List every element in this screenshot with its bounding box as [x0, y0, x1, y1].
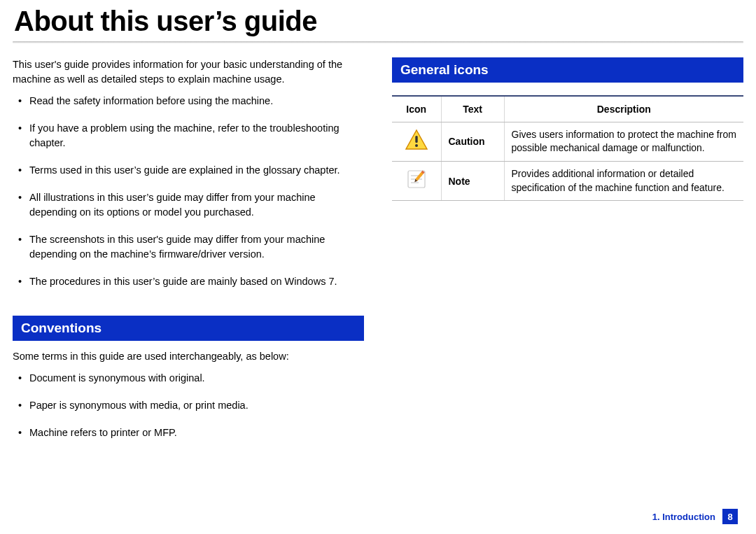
caution-icon [405, 128, 428, 152]
page-footer: 1. Introduction 8 [652, 509, 738, 524]
note-icon [405, 167, 428, 191]
svg-point-2 [415, 144, 418, 147]
icon-cell [392, 122, 441, 161]
text-cell: Note [441, 162, 504, 201]
content-columns: This user's guide provides information f… [0, 43, 756, 453]
svg-rect-1 [415, 136, 417, 143]
intro-paragraph: This user's guide provides information f… [13, 57, 364, 87]
col-header-text: Text [441, 96, 504, 122]
table-row: Note Provides additional information or … [392, 162, 743, 201]
list-item: Paper is synonymous with media, or print… [13, 398, 364, 426]
col-header-icon: Icon [392, 96, 441, 122]
list-item: Read the safety information before using… [13, 94, 364, 121]
conventions-intro: Some terms in this guide are used interc… [13, 349, 364, 364]
list-item: Machine refers to printer or MFP. [13, 426, 364, 453]
right-column: General icons Icon Text Description [392, 57, 743, 453]
conventions-bullet-list: Document is synonymous with original. Pa… [13, 371, 364, 453]
desc-cell: Gives users information to protect the m… [504, 122, 743, 161]
text-cell: Caution [441, 122, 504, 161]
list-item: Document is synonymous with original. [13, 371, 364, 398]
conventions-heading: Conventions [13, 316, 364, 341]
list-item: If you have a problem using the machine,… [13, 121, 364, 163]
intro-bullet-list: Read the safety information before using… [13, 94, 364, 302]
page-number: 8 [722, 509, 738, 524]
table-header-row: Icon Text Description [392, 96, 743, 122]
col-header-desc: Description [504, 96, 743, 122]
footer-chapter: 1. Introduction [652, 512, 715, 522]
left-column: This user's guide provides information f… [13, 57, 364, 453]
list-item: All illustrations in this user’s guide m… [13, 190, 364, 232]
desc-cell: Provides additional information or detai… [504, 162, 743, 201]
icons-table: Icon Text Description [392, 95, 743, 202]
table-row: Caution Gives users information to prote… [392, 122, 743, 161]
page-title: About this user’s guide [0, 0, 756, 37]
list-item: Terms used in this user’s guide are expl… [13, 163, 364, 190]
icon-cell [392, 162, 441, 201]
list-item: The procedures in this user’s guide are … [13, 274, 364, 302]
general-icons-heading: General icons [392, 57, 743, 83]
list-item: The screenshots in this user's guide may… [13, 232, 364, 274]
